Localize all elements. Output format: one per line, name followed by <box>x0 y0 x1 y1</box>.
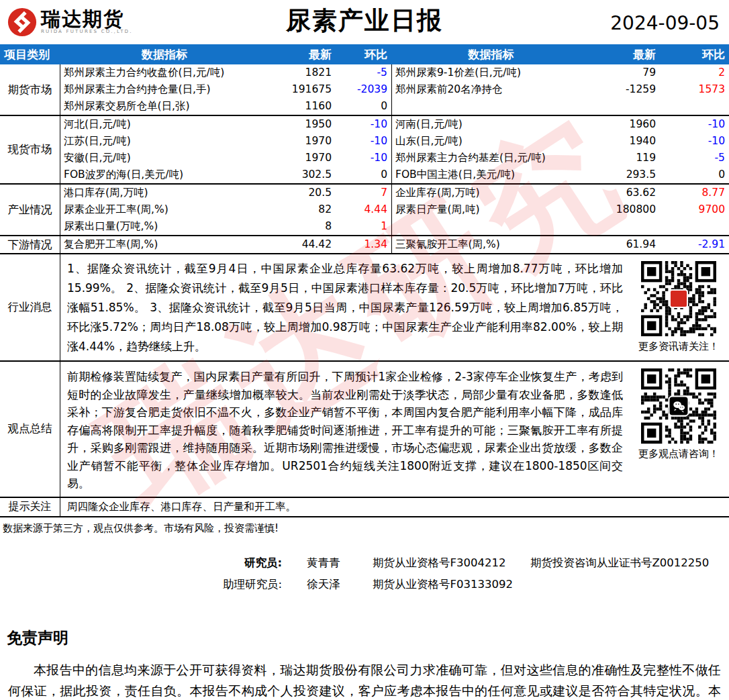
indicator-label: 郑州尿素9-1价差(日,元/吨) <box>391 64 591 81</box>
latest-value: 302.5 <box>269 166 336 183</box>
col-header-indicator-left: 数据指标 <box>60 44 269 64</box>
category-label: 期货市场 <box>0 64 60 115</box>
industry-news-section: 行业消息 1、据隆众资讯统计，截至9月4日，中国尿素企业总库存量63.62万吨，… <box>0 254 729 362</box>
table-row: 复合肥开工率(周,%) 44.42 1.34 三聚氰胺开工率(周,%) 61.9… <box>60 236 729 253</box>
indicator-label: 三聚氰胺开工率(周,%) <box>391 236 591 253</box>
indicator-label: 安徽(日,元/吨) <box>60 150 269 166</box>
researcher-name: 徐天泽 <box>282 574 373 595</box>
latest-value: 1821 <box>269 64 336 81</box>
change-value: 1 <box>336 218 391 235</box>
category-label: 现货市场 <box>0 116 60 183</box>
report-header: 瑞达期货 RUIDA FUTURES CO.,LTD. 尿素产业日报 2024-… <box>0 0 729 44</box>
indicator-label: 山东(日,元/吨) <box>391 133 591 150</box>
summary-qr-code <box>641 368 716 444</box>
indicator-label: 尿素企业开工率(周,%) <box>60 201 269 218</box>
indicator-label: 企业库存(周,万吨) <box>391 185 591 201</box>
viewpoint-summary-text: 前期检修装置陆续复产，国内尿素日产量有所回升，下周预计1家企业检修，2-3家停车… <box>60 362 628 497</box>
category-label: 提示关注 <box>0 498 60 516</box>
table-header-row: 项目类别 数据指标 最新 环比 数据指标 最新 环比 <box>0 44 729 64</box>
table-section: 现货市场 河北(日,元/吨) 1950 -10 河南(日,元/吨) 1960 -… <box>0 116 729 185</box>
ruida-logo-icon <box>7 7 38 40</box>
latest-value: 20.5 <box>269 185 336 201</box>
table-row: 安徽(日,元/吨) 1970 -10 郑州尿素主力合约基差(日,元/吨) 119… <box>60 150 729 166</box>
table-row: 港口库存(周,万吨) 20.5 7 企业库存(周,万吨) 63.62 8.77 <box>60 185 729 201</box>
latest-value: 8 <box>269 218 336 235</box>
researcher-cert: 期货从业资格号F3004212 <box>373 552 530 574</box>
researchers-block: 研究员: 黄青青 期货从业资格号F3004212 期货投资咨询从业证书号Z001… <box>0 552 729 595</box>
change-value: -10 <box>336 116 391 133</box>
qr-center-logo <box>669 289 688 308</box>
indicator-label: 河北(日,元/吨) <box>60 116 269 133</box>
col-header-change-left: 环比 <box>336 44 391 64</box>
latest-value <box>591 218 660 235</box>
change-value: 2 <box>660 64 729 81</box>
change-value: -10 <box>660 133 729 150</box>
latest-value: 44.42 <box>269 236 336 253</box>
table-section: 期货市场 郑州尿素主力合约收盘价(日,元/吨) 1821 -5 郑州尿素9-1价… <box>0 64 729 116</box>
change-value: 8.77 <box>660 185 729 201</box>
latest-value: 1970 <box>269 133 336 150</box>
change-value: -10 <box>660 116 729 133</box>
industry-news-text: 1、据隆众资讯统计，截至9月4日，中国尿素企业总库存量63.62万吨，较上周增加… <box>60 254 628 360</box>
latest-value: 1960 <box>591 116 660 133</box>
change-value: 7 <box>336 185 391 201</box>
table-row: 尿素出口量(万吨,%) 8 1 <box>60 218 729 235</box>
company-name-en: RUIDA FUTURES CO.,LTD. <box>41 29 133 34</box>
latest-value: 1970 <box>269 150 336 166</box>
researcher-cert: 期货投资咨询从业证书号Z0012250 <box>530 552 729 574</box>
latest-value: 79 <box>591 64 660 81</box>
summary-qr-caption: 更多观点请咨询！ <box>638 448 719 460</box>
category-label: 行业消息 <box>0 254 60 360</box>
latest-value: 61.94 <box>591 236 660 253</box>
indicator-label: 江苏(日,元/吨) <box>60 133 269 150</box>
news-qr-caption: 更多资讯请关注！ <box>638 340 719 353</box>
category-label: 产业情况 <box>0 185 60 235</box>
change-value: -5 <box>660 150 729 166</box>
indicator-label <box>391 218 591 235</box>
change-value: 4.44 <box>336 201 391 218</box>
researcher-cert <box>530 574 729 595</box>
table-row: 郑州尿素主力合约收盘价(日,元/吨) 1821 -5 郑州尿素9-1价差(日,元… <box>60 64 729 81</box>
researcher-cert: 期货从业资格号F03133092 <box>373 574 530 595</box>
col-header-indicator-right: 数据指标 <box>391 44 591 64</box>
tips-text: 周四隆众企业库存、港口库存、日产量和开工率。 <box>60 498 729 516</box>
indicator-label: FOB中国主港(日,美元/吨) <box>391 166 591 183</box>
tips-section: 提示关注 周四隆众企业库存、港口库存、日产量和开工率。 <box>0 498 729 517</box>
indicator-label: 郑州尿素主力合约收盘价(日,元/吨) <box>60 64 269 81</box>
researcher-row: 研究员: 黄青青 期货从业资格号F3004212 期货投资咨询从业证书号Z001… <box>0 552 729 574</box>
indicator-label: 郑州尿素前20名净持仓 <box>391 81 591 98</box>
latest-value: 119 <box>591 150 660 166</box>
indicator-label: 复合肥开工率(周,%) <box>60 236 269 253</box>
latest-value: 191675 <box>269 81 336 98</box>
change-value: -10 <box>336 150 391 166</box>
researcher-role: 助理研究员: <box>0 574 282 595</box>
change-value: -2.91 <box>660 236 729 253</box>
latest-value: 63.62 <box>591 185 660 201</box>
latest-value: 1940 <box>591 133 660 150</box>
indicator-label <box>391 98 591 115</box>
disclaimer-title: 免责声明 <box>7 628 729 648</box>
latest-value: 82 <box>269 201 336 218</box>
col-header-category: 项目类别 <box>0 44 60 64</box>
change-value <box>660 218 729 235</box>
indicator-label: 港口库存(周,万吨) <box>60 185 269 201</box>
col-header-latest-right: 最新 <box>591 44 660 64</box>
latest-value: -1259 <box>591 81 660 98</box>
category-label: 观点总结 <box>0 362 60 497</box>
latest-value: 1950 <box>269 116 336 133</box>
table-row: 郑州尿素主力合约持仓量(日,手) 191675 -2039 郑州尿素前20名净持… <box>60 81 729 98</box>
indicator-label: FOB波罗的海(日,美元/吨) <box>60 166 269 183</box>
company-logo: 瑞达期货 RUIDA FUTURES CO.,LTD. <box>7 7 133 40</box>
change-value: 0 <box>336 166 391 183</box>
researcher-name: 黄青青 <box>282 552 373 574</box>
report-date: 2024-09-05 <box>610 12 720 34</box>
indicator-label: 郑州尿素交易所仓单(日,张) <box>60 98 269 115</box>
table-row: 江苏(日,元/吨) 1970 -10 山东(日,元/吨) 1940 -10 <box>60 133 729 150</box>
latest-value <box>591 98 660 115</box>
risk-footnote: 数据来源于第三方，观点仅供参考。市场有风险，投资需谨慎! <box>0 517 729 535</box>
change-value: 1.34 <box>336 236 391 253</box>
indicator-label: 尿素日产量(周,吨) <box>391 201 591 218</box>
change-value: 0 <box>336 98 391 115</box>
data-table-sections: 期货市场 郑州尿素主力合约收盘价(日,元/吨) 1821 -5 郑州尿素9-1价… <box>0 64 729 254</box>
change-value <box>660 98 729 115</box>
